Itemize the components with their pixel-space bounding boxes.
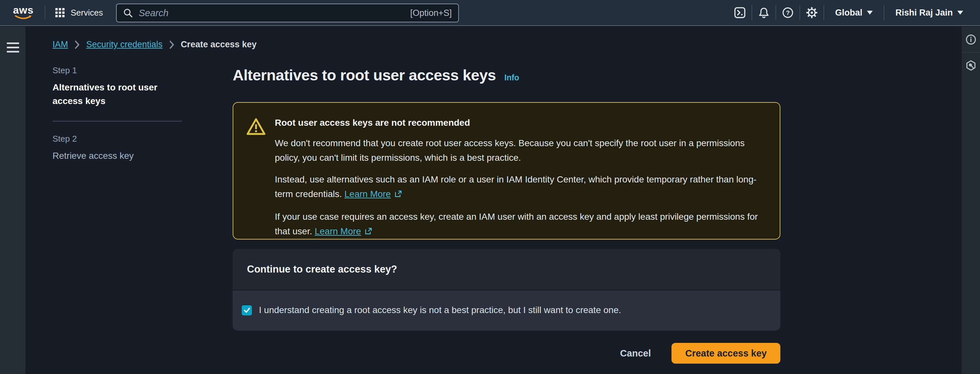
global-search[interactable]: [Option+S] — [116, 3, 459, 22]
breadcrumb: IAM Security credentials Create access k… — [52, 40, 257, 49]
wizard-step-2: Step 2 Retrieve access key — [52, 134, 182, 163]
confirm-container: Continue to create access key? I underst… — [233, 249, 780, 331]
help-button[interactable]: ? — [776, 0, 800, 25]
topbar-divider — [45, 6, 45, 19]
settings-gear-icon — [806, 7, 818, 19]
step-2-label: Step 2 — [52, 134, 182, 144]
learn-more-label: Learn More — [315, 226, 361, 236]
checkmark-icon — [243, 306, 251, 314]
step-2-title: Retrieve access key — [52, 149, 182, 163]
page-title: Alternatives to root user access keys — [233, 66, 496, 84]
aws-logo[interactable]: aws — [11, 5, 36, 20]
aws-logo-text: aws — [13, 5, 33, 15]
chevron-down-icon — [867, 11, 873, 14]
search-icon — [123, 8, 133, 18]
resource-hexagon-icon — [966, 60, 977, 71]
region-selector[interactable]: Global — [824, 0, 884, 25]
cloudshell-button[interactable] — [728, 0, 751, 25]
aws-smile-icon — [15, 15, 32, 20]
hamburger-icon — [7, 43, 19, 44]
page-header: Alternatives to root user access keys In… — [233, 66, 519, 84]
top-navigation-bar: aws Services [Option+S] — [0, 0, 980, 26]
region-label: Global — [835, 8, 862, 18]
wizard-step-1: Step 1 Alternatives to root user access … — [52, 65, 182, 108]
acknowledge-checkbox[interactable] — [242, 305, 252, 315]
search-input[interactable] — [138, 8, 405, 19]
warning-alert: Root user access keys are not recommende… — [233, 102, 780, 239]
services-grid-icon — [54, 7, 65, 18]
hamburger-icon — [7, 47, 19, 48]
warning-paragraph-3: If your use case requires an access key,… — [275, 209, 767, 239]
services-menu-button[interactable]: Services — [54, 7, 103, 18]
topbar-right-controls: ? Global Rish — [728, 0, 974, 25]
info-icon — [966, 34, 977, 45]
chevron-down-icon — [957, 11, 963, 14]
account-name-label: Rishi Raj Jain — [896, 8, 953, 18]
info-panel-button[interactable] — [961, 27, 980, 53]
acknowledge-checkbox-label[interactable]: I understand creating a root access key … — [259, 305, 621, 315]
info-link[interactable]: Info — [504, 73, 519, 82]
breadcrumb-iam-link[interactable]: IAM — [52, 40, 68, 49]
open-navigation-button[interactable] — [0, 34, 26, 60]
collapsed-side-navigation — [0, 27, 26, 374]
account-menu[interactable]: Rishi Raj Jain — [885, 0, 974, 25]
cloudshell-terminal-icon — [734, 7, 746, 19]
confirm-container-header: Continue to create access key? — [233, 249, 780, 290]
breadcrumb-current-page: Create access key — [181, 40, 257, 49]
external-link-icon — [394, 188, 402, 202]
tools-side-rail — [961, 27, 980, 374]
warning-paragraph-2: Instead, use alternatives such as an IAM… — [275, 172, 767, 202]
settings-button[interactable] — [800, 0, 824, 25]
cancel-button[interactable]: Cancel — [617, 344, 653, 363]
confirm-container-body: I understand creating a root access key … — [233, 290, 780, 330]
breadcrumb-security-credentials-link[interactable]: Security credentials — [86, 40, 163, 49]
notifications-bell-icon — [758, 7, 770, 19]
learn-more-label: Learn More — [345, 189, 391, 199]
services-label: Services — [71, 8, 103, 18]
help-icon: ? — [782, 7, 794, 19]
external-link-icon — [364, 225, 373, 239]
resource-explorer-button[interactable] — [961, 53, 980, 78]
warning-alert-content: Root user access keys are not recommende… — [275, 116, 767, 239]
warning-triangle-icon — [246, 116, 266, 239]
warning-title: Root user access keys are not recommende… — [275, 118, 767, 128]
svg-text:?: ? — [786, 10, 790, 16]
create-access-key-button[interactable]: Create access key — [671, 343, 780, 364]
hamburger-icon — [7, 51, 19, 53]
warning-paragraph-1: We don't recommend that you create root … — [275, 136, 767, 165]
wizard-actions: Cancel Create access key — [233, 343, 780, 364]
learn-more-link-1[interactable]: Learn More — [345, 189, 402, 199]
chevron-right-icon — [75, 40, 80, 49]
wizard-step-navigation: Step 1 Alternatives to root user access … — [52, 65, 182, 163]
confirm-title: Continue to create access key? — [247, 264, 397, 275]
learn-more-link-2[interactable]: Learn More — [315, 226, 373, 236]
step-divider — [52, 121, 182, 121]
search-shortcut-hint: [Option+S] — [410, 8, 452, 18]
notifications-button[interactable] — [752, 0, 775, 25]
step-1-title: Alternatives to root user access keys — [52, 81, 166, 108]
chevron-right-icon — [169, 40, 174, 49]
step-1-label: Step 1 — [52, 65, 182, 75]
